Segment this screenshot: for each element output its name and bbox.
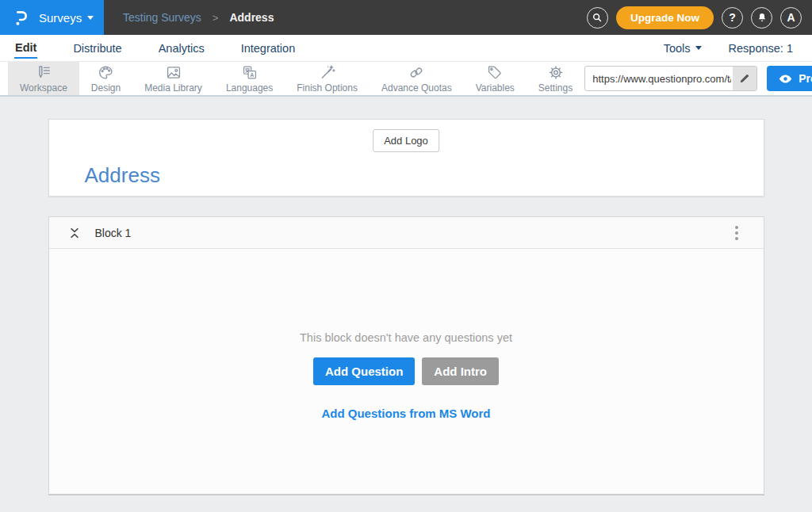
bell-icon — [756, 12, 768, 23]
breadcrumb-current: Address — [229, 11, 274, 24]
toolbar-item-settings[interactable]: Settings — [527, 62, 584, 95]
survey-title[interactable]: Address — [85, 165, 160, 185]
survey-header-card: Add Logo Address — [48, 119, 764, 197]
toolbar-item-languages[interactable]: A Languages — [214, 62, 285, 95]
toolbar-label: Design — [91, 82, 121, 94]
breadcrumb-parent-link[interactable]: Testing Surveys — [123, 11, 201, 24]
avatar-initial: A — [787, 12, 795, 23]
questionpro-logo-icon — [11, 8, 31, 28]
chevron-down-icon — [695, 46, 702, 50]
toolbar-item-advance-quotas[interactable]: Advance Quotas — [370, 62, 464, 95]
toolbar-item-design[interactable]: Design — [79, 62, 132, 95]
breadcrumb-separator: > — [213, 12, 219, 24]
survey-editor-canvas: Add Logo Address Block 1 This block does… — [0, 97, 812, 495]
add-question-button[interactable]: Add Question — [313, 357, 415, 385]
eye-icon — [779, 74, 792, 84]
response-count[interactable]: Response: 1 — [729, 42, 793, 55]
toolbar-label: Settings — [538, 82, 573, 94]
question-mark-icon: ? — [729, 12, 736, 23]
kebab-icon — [735, 226, 738, 229]
toolbar-item-media-library[interactable]: Media Library — [132, 62, 214, 95]
search-icon — [592, 12, 603, 23]
toolbar-item-finish-options[interactable]: Finish Options — [285, 62, 370, 95]
block-title[interactable]: Block 1 — [95, 227, 132, 239]
product-name: Surveys — [39, 11, 82, 25]
toolbar-label: Advance Quotas — [381, 82, 452, 94]
edit-url-button[interactable] — [733, 67, 756, 90]
section-nav: Edit Distribute Analytics Integration To… — [0, 35, 812, 62]
empty-block-actions: Add Question Add Intro — [49, 357, 764, 385]
toolbar-label: Languages — [226, 82, 273, 94]
toolbar-item-variables[interactable]: Variables — [464, 62, 527, 95]
block-card: Block 1 This block doesn't have any ques… — [48, 216, 764, 495]
search-button[interactable] — [587, 7, 608, 29]
languages-icon: A — [241, 64, 259, 81]
pencil-icon — [739, 73, 750, 84]
block-body: This block doesn't have any questions ye… — [49, 249, 764, 494]
collapse-icon — [68, 227, 81, 239]
toolbar-item-workspace[interactable]: Workspace — [8, 62, 79, 95]
tab-analytics[interactable]: Analytics — [158, 38, 205, 58]
nav-right: Tools Response: 1 — [664, 42, 799, 55]
upgrade-now-button[interactable]: Upgrade Now — [616, 6, 714, 29]
tools-dropdown[interactable]: Tools — [664, 42, 702, 55]
workspace-icon — [35, 64, 52, 81]
toolbar-right: Preview — [584, 62, 812, 95]
survey-toolbar: Workspace Design Media Library A Languag… — [0, 62, 812, 97]
variables-icon — [486, 64, 504, 81]
breadcrumb: Testing Surveys > Address — [104, 11, 274, 24]
toolbar-label: Media Library — [144, 82, 202, 94]
settings-icon — [547, 64, 565, 81]
tab-integration[interactable]: Integration — [240, 38, 297, 58]
avatar-button[interactable]: A — [780, 7, 802, 29]
tab-distribute[interactable]: Distribute — [72, 38, 122, 58]
chevron-down-icon — [87, 16, 94, 20]
toolbar-label: Variables — [476, 82, 515, 94]
section-tabs: Edit Distribute Analytics Integration — [13, 37, 296, 59]
design-icon — [97, 64, 114, 81]
topbar: Surveys Testing Surveys > Address Upgrad… — [0, 0, 812, 35]
svg-text:A: A — [250, 72, 254, 78]
empty-block-message: This block doesn't have any questions ye… — [49, 331, 764, 344]
add-logo-button[interactable]: Add Logo — [373, 129, 439, 152]
empty-block-state: This block doesn't have any questions ye… — [49, 249, 764, 421]
preview-button[interactable]: Preview — [767, 66, 812, 91]
add-intro-button[interactable]: Add Intro — [422, 357, 499, 385]
survey-url-group — [584, 66, 757, 91]
tab-edit[interactable]: Edit — [14, 37, 37, 59]
preview-label: Preview — [799, 72, 812, 85]
survey-url-input[interactable] — [585, 73, 733, 85]
product-switcher[interactable]: Surveys — [0, 0, 104, 35]
toolbar-label: Workspace — [20, 82, 67, 94]
collapse-block-button[interactable] — [67, 225, 82, 241]
toolbar-label: Finish Options — [297, 82, 358, 94]
topbar-actions: Upgrade Now ? A — [587, 6, 812, 29]
finish-options-icon — [319, 64, 336, 81]
help-button[interactable]: ? — [722, 7, 743, 29]
tools-label: Tools — [664, 42, 691, 55]
media-library-icon — [165, 64, 182, 81]
block-header: Block 1 — [49, 217, 764, 249]
advance-quotas-icon — [408, 64, 425, 81]
notifications-button[interactable] — [751, 7, 772, 29]
block-menu-button[interactable] — [730, 223, 743, 243]
add-questions-from-ms-word-link[interactable]: Add Questions from MS Word — [321, 407, 490, 420]
